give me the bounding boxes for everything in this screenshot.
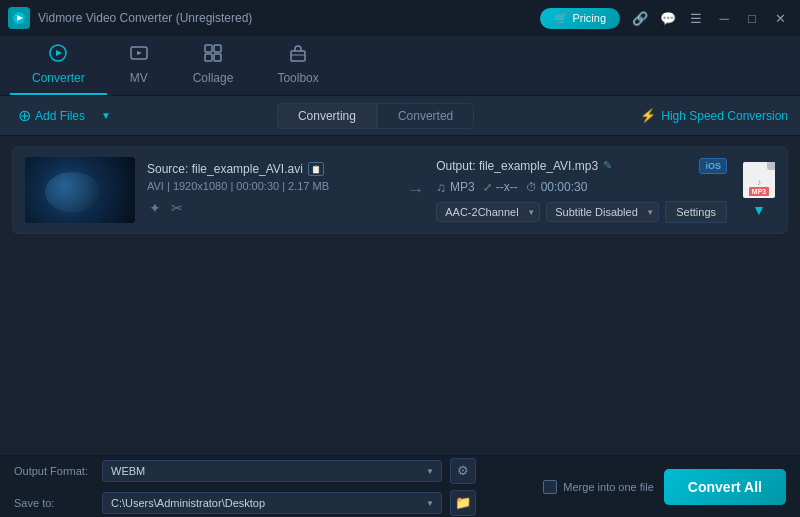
settings-button[interactable]: Settings	[665, 201, 727, 223]
add-files-dropdown-arrow[interactable]: ▼	[101, 110, 111, 121]
merge-label: Merge into one file	[563, 481, 654, 493]
add-files-button[interactable]: ⊕ Add Files	[12, 102, 91, 129]
maximize-button[interactable]: □	[740, 6, 764, 30]
format-settings-icon-button[interactable]: ⚙	[450, 458, 476, 484]
ios-badge: iOS	[699, 158, 727, 174]
close-button[interactable]: ✕	[768, 6, 792, 30]
folder-browse-button[interactable]: 📁	[450, 490, 476, 516]
arrow-right-icon: →	[406, 180, 424, 201]
bottom-left: Output Format: WEBM ⚙ Save to: C:\Users\…	[14, 458, 533, 516]
tab-collage[interactable]: Collage	[171, 37, 256, 95]
pricing-button[interactable]: 🛒 Pricing	[540, 8, 620, 29]
content-area: Source: file_example_AVI.avi 📋 AVI | 192…	[0, 136, 800, 455]
format-file-icon: ♪ MP3	[743, 162, 775, 198]
merge-checkbox-area: Merge into one file	[543, 480, 654, 494]
collage-icon	[203, 43, 223, 68]
file-info: Source: file_example_AVI.avi 📋 AVI | 192…	[147, 162, 394, 218]
format-box: ♫ MP3	[436, 180, 474, 195]
save-to-label: Save to:	[14, 497, 94, 509]
output-format-label: Output Format:	[14, 465, 94, 477]
convert-tab-switcher: Converting Converted	[121, 103, 630, 129]
cut-button[interactable]: ✂	[169, 198, 185, 218]
cart-icon: 🛒	[554, 12, 568, 25]
output-format-row: ♫ MP3 ⤢ --x-- ⏱ 00:00:30	[436, 180, 727, 195]
format-dropdown-button[interactable]: ▼	[752, 202, 766, 218]
title-bar: Vidmore Video Converter (Unregistered) 🛒…	[0, 0, 800, 36]
output-format-select[interactable]: WEBM	[102, 460, 442, 482]
lightning-icon: ⚡	[640, 108, 656, 123]
file-thumbnail	[25, 157, 135, 223]
plus-icon: ⊕	[18, 106, 31, 125]
audio-channel-wrapper: AAC-2Channel	[436, 202, 540, 222]
output-section: Output: file_example_AVI.mp3 ✎ iOS ♫ MP3…	[436, 158, 727, 223]
converter-icon	[48, 43, 68, 68]
dimensions-box: ⤢ --x--	[483, 180, 518, 194]
link-icon-button[interactable]: 🔗	[628, 6, 652, 30]
clock-icon: ⏱	[526, 181, 537, 193]
window-controls: 🔗 💬 ☰ ─ □ ✕	[628, 6, 792, 30]
nav-tabs: Converter MV Collage	[0, 36, 800, 96]
file-item: Source: file_example_AVI.avi 📋 AVI | 192…	[12, 146, 788, 234]
svg-marker-4	[56, 50, 62, 56]
svg-rect-6	[205, 45, 212, 52]
toolbar: ⊕ Add Files ▼ Converting Converted ⚡ Hig…	[0, 96, 800, 136]
subtitle-wrapper: Subtitle Disabled	[546, 202, 659, 222]
message-icon-button[interactable]: 💬	[656, 6, 680, 30]
menu-button[interactable]: ☰	[684, 6, 708, 30]
output-format-row: Output Format: WEBM ⚙	[14, 458, 533, 484]
dimensions-icon: ⤢	[483, 181, 492, 194]
output-header: Output: file_example_AVI.mp3 ✎ iOS	[436, 158, 727, 174]
save-to-row: Save to: C:\Users\Administrator\Desktop …	[14, 490, 533, 516]
format-file-area: ♪ MP3 ▼	[743, 162, 775, 218]
minimize-button[interactable]: ─	[712, 6, 736, 30]
edit-icon[interactable]: ✎	[603, 159, 612, 172]
high-speed-button[interactable]: ⚡ High Speed Conversion	[640, 108, 788, 123]
output-name: Output: file_example_AVI.mp3 ✎	[436, 159, 612, 173]
tab-mv[interactable]: MV	[107, 37, 171, 95]
bottom-bar: Output Format: WEBM ⚙ Save to: C:\Users\…	[0, 455, 800, 517]
svg-rect-10	[291, 51, 305, 61]
convert-all-button[interactable]: Convert All	[664, 469, 786, 505]
file-actions: ✦ ✂	[147, 198, 394, 218]
source-info: Source: file_example_AVI.avi 📋	[147, 162, 394, 176]
save-to-select[interactable]: C:\Users\Administrator\Desktop	[102, 492, 442, 514]
merge-checkbox[interactable]	[543, 480, 557, 494]
star-button[interactable]: ✦	[147, 198, 163, 218]
svg-rect-7	[214, 45, 221, 52]
duration-box: ⏱ 00:00:30	[526, 180, 588, 194]
thumbnail-image	[25, 157, 135, 223]
converting-tab[interactable]: Converting	[277, 103, 377, 129]
file-meta: AVI | 1920x1080 | 00:00:30 | 2.17 MB	[147, 180, 394, 192]
save-to-select-wrapper: C:\Users\Administrator\Desktop	[102, 492, 442, 514]
mv-icon	[129, 43, 149, 68]
subtitle-select[interactable]: Subtitle Disabled	[546, 202, 659, 222]
app-logo	[8, 7, 30, 29]
svg-rect-8	[205, 54, 212, 61]
svg-rect-9	[214, 54, 221, 61]
source-icon: 📋	[308, 162, 324, 176]
toolbox-icon	[288, 43, 308, 68]
app-title: Vidmore Video Converter (Unregistered)	[38, 11, 540, 25]
output-format-select-wrapper: WEBM	[102, 460, 442, 482]
tab-converter[interactable]: Converter	[10, 37, 107, 95]
converted-tab[interactable]: Converted	[377, 103, 474, 129]
tab-toolbox[interactable]: Toolbox	[255, 37, 340, 95]
output-controls-row: AAC-2Channel Subtitle Disabled Settings	[436, 201, 727, 223]
audio-channel-select[interactable]: AAC-2Channel	[436, 202, 540, 222]
music-icon: ♫	[436, 180, 446, 195]
